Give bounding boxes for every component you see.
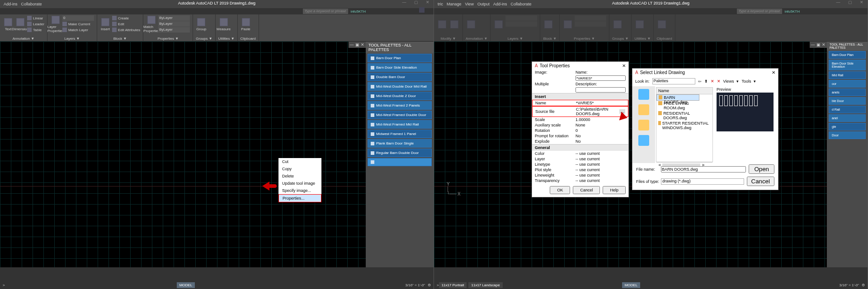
dialog-title[interactable]: ATool Properties✕ xyxy=(532,62,628,70)
canvas-max-icon[interactable]: ▣ xyxy=(816,42,821,47)
file-list[interactable]: Name BARN DOORS.dwg FREE LIVING ROOM.dwg… xyxy=(656,87,713,162)
clipboard-panel-label[interactable]: Clipboard xyxy=(241,37,256,41)
prop-prompt[interactable]: No xyxy=(576,134,626,138)
model-tab[interactable]: MODEL xyxy=(177,282,195,288)
linetype-dropdown[interactable]: ByLayer xyxy=(158,27,190,33)
palette-item[interactable]: Midwest Framed 1 Panel xyxy=(368,130,432,138)
annotation-scale[interactable]: 3/16" = 1'-0" xyxy=(406,283,425,287)
prop-name[interactable]: *VARIES* xyxy=(576,101,625,105)
groups-panel-label[interactable]: Groups ▼ xyxy=(196,37,212,41)
palette-item[interactable]: Mid-West Double Z Door xyxy=(368,92,432,100)
close-icon[interactable]: ✕ xyxy=(622,63,626,68)
views-dropdown[interactable]: Views xyxy=(723,79,734,84)
ctx-properties[interactable]: Properties... xyxy=(278,194,321,202)
description-field[interactable] xyxy=(576,87,626,93)
palette-title[interactable]: TOOL PALETTES - ALL PALETTES xyxy=(366,42,434,53)
table-button[interactable]: Table xyxy=(27,27,44,33)
palette-item[interactable]: Barn Door Plan xyxy=(368,54,432,62)
cancel-button[interactable]: Cancel xyxy=(573,186,600,194)
prop-auxscale[interactable]: None xyxy=(576,123,626,127)
gear-icon[interactable]: ⚙ xyxy=(862,283,865,287)
layer-properties-button[interactable]: Layer Properties xyxy=(50,15,61,33)
prop-color[interactable]: -- use current xyxy=(576,151,626,156)
dimension-button[interactable]: Dimension xyxy=(15,15,26,33)
file-item[interactable]: RESIDENTIAL DOORS.dwg xyxy=(656,111,712,121)
paste-button[interactable]: Paste xyxy=(241,15,251,33)
help-button[interactable]: Help xyxy=(603,186,626,194)
file-item[interactable]: FREE LIVING ROOM.dwg xyxy=(656,101,712,111)
tab-collaborate[interactable]: Collaborate xyxy=(21,2,42,6)
history-icon[interactable] xyxy=(638,89,649,100)
prop-source-file[interactable]: C:\Palettes\BARN DOORS.dwg xyxy=(576,107,619,116)
layer-dropdown[interactable]: 0 xyxy=(62,15,94,21)
model-tab[interactable]: MODEL xyxy=(622,282,640,288)
palette-item[interactable]: Mid Rail xyxy=(829,71,866,79)
drawing-canvas[interactable]: — ▣ ✕ Y│└── X ATool Properties✕ Image:Na… xyxy=(434,42,827,267)
desktop-icon[interactable] xyxy=(638,135,649,146)
palette-item[interactable]: Mid-West Double Door Mid Rail xyxy=(368,82,432,91)
documents-icon[interactable] xyxy=(638,104,649,115)
palette-item[interactable]: Mid-West Framed 2 Panels xyxy=(368,101,432,110)
user-badge[interactable]: info5KTH xyxy=(351,9,366,14)
palette-item[interactable]: Mid-West Framed Mid Rail xyxy=(368,120,432,129)
file-item[interactable]: BARN DOORS.dwg xyxy=(656,94,699,101)
general-section[interactable]: General xyxy=(532,144,628,151)
layout-tab[interactable]: 11x17 Landscape xyxy=(468,282,502,288)
newfolder-icon[interactable]: ✕ xyxy=(717,79,721,84)
measure-button[interactable]: Measure xyxy=(218,15,229,33)
ctx-copy[interactable]: Copy xyxy=(278,165,321,172)
gear-icon[interactable]: ⚙ xyxy=(428,283,431,287)
palette-item-selected[interactable] xyxy=(368,158,432,166)
leader-button[interactable]: Leader xyxy=(27,21,44,27)
palette-item[interactable]: Barn Door Plan xyxy=(829,51,866,59)
palette-item[interactable]: Double Barn Door xyxy=(368,73,432,81)
edit-attributes-button[interactable]: Edit Attributes xyxy=(112,27,140,33)
block-panel-label[interactable]: Block ▼ xyxy=(100,37,140,41)
palette-item[interactable]: Mid-West Framed Double Door xyxy=(368,111,432,119)
tab-collaborate[interactable]: Collaborate xyxy=(510,2,531,6)
tab-addins[interactable]: Add-ins xyxy=(4,2,18,6)
prop-plotstyle[interactable]: -- use current xyxy=(576,168,626,172)
ctx-update-image[interactable]: Update tool image xyxy=(278,180,321,187)
prop-rotation[interactable]: 0 xyxy=(576,128,626,133)
canvas-min-icon[interactable]: — xyxy=(811,42,815,47)
filetype-dropdown[interactable]: drawing (*.dwg) xyxy=(661,178,744,185)
palette-item[interactable]: Plank Barn Door Single xyxy=(368,139,432,148)
palette-item[interactable]: Regular Barn Double Door xyxy=(368,149,432,157)
lineweight-dropdown[interactable]: ByLayer xyxy=(158,21,190,27)
prop-scale[interactable]: 1.00000 xyxy=(576,117,626,122)
insert-section[interactable]: Insert xyxy=(532,93,628,100)
filename-input[interactable] xyxy=(661,166,746,172)
make-current-button[interactable]: Make Current xyxy=(62,21,94,27)
ctx-cut[interactable]: Cut xyxy=(278,158,321,165)
tab-addins[interactable]: Add-ins xyxy=(493,2,507,6)
utilities-panel-label[interactable]: Utilities ▼ xyxy=(218,37,235,41)
palette-item[interactable]: gle xyxy=(829,123,866,131)
lookin-dropdown[interactable]: Palettes xyxy=(652,78,695,84)
palette-item[interactable]: ble Door xyxy=(829,97,866,105)
palette-item[interactable]: Barn Door Side Elevation xyxy=(368,63,432,72)
name-field[interactable] xyxy=(576,75,626,81)
palette-title[interactable]: TOOL PALETTES - ALL PALETTES xyxy=(827,42,868,51)
palette-item[interactable]: anel xyxy=(829,114,866,122)
create-button[interactable]: Create xyxy=(112,15,140,21)
ctx-delete[interactable]: Delete xyxy=(278,172,321,180)
prop-lineweight[interactable]: -- use current xyxy=(576,173,626,177)
user-badge[interactable]: info5KTH xyxy=(785,9,800,14)
search-input[interactable]: Type a keyword or phrase xyxy=(303,9,348,14)
properties-panel-label[interactable]: Properties ▼ xyxy=(146,37,190,41)
prop-transparency[interactable]: -- use current xyxy=(576,178,626,183)
palette-item[interactable]: Barn Door Side Elevation xyxy=(829,60,866,70)
prop-linetype[interactable]: -- use current xyxy=(576,162,626,167)
prop-layer[interactable]: -- use current xyxy=(576,157,626,161)
delete-icon[interactable]: ✕ xyxy=(711,79,714,84)
match-layer-button[interactable]: Match Layer xyxy=(62,27,94,33)
tab-manage[interactable]: Manage xyxy=(447,2,462,6)
canvas-close-icon[interactable]: ✕ xyxy=(821,42,826,47)
file-item[interactable]: STARTER RESIDENTIAL WINDOWS.dwg xyxy=(656,121,712,131)
back-icon[interactable]: ⇦ xyxy=(698,79,702,84)
dialog-title[interactable]: ASelect Linked Drawing✕ xyxy=(632,69,778,76)
palette-item[interactable]: d Rail xyxy=(829,106,866,113)
tab-parametric[interactable]: tric xyxy=(438,2,443,6)
canvas-max-icon[interactable]: ▣ xyxy=(355,42,359,47)
